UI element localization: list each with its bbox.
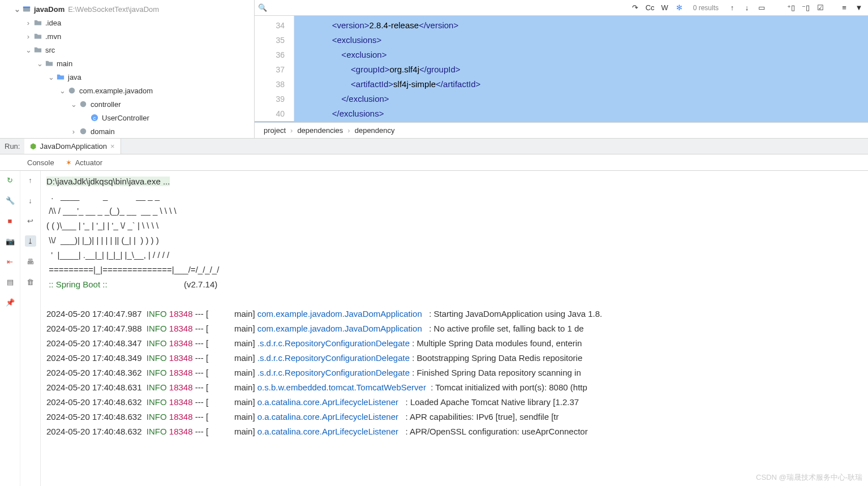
log-row: 2024-05-20 17:40:48.349 INFO 18348 --- [… — [46, 351, 862, 365]
rerun-button[interactable]: ↻ — [5, 174, 16, 186]
pin-icon[interactable]: 📌 — [5, 296, 16, 308]
tab-label: Console — [27, 158, 54, 167]
tree-controller[interactable]: ⌄ controller — [0, 97, 254, 111]
expand-icon[interactable]: ⌄ — [35, 59, 44, 68]
chevron-right-icon: › — [290, 126, 293, 135]
remove-selection-icon[interactable]: ⁻▯ — [800, 2, 811, 14]
spring-icon: ⬢ — [30, 142, 36, 150]
console-toolbar: ↑ ↓ ↩ ⤓ 🖶 🗑 — [20, 171, 41, 486]
print-icon[interactable]: 🖶 — [25, 256, 36, 267]
package-icon — [78, 100, 88, 109]
tree-label: controller — [91, 100, 121, 109]
prev-occurrence-icon[interactable]: ↷ — [630, 2, 641, 14]
tree-label: src — [45, 46, 55, 54]
results-count: 0 results — [693, 4, 719, 12]
tree-package[interactable]: ⌄ com.example.javadom — [0, 84, 254, 97]
expand-icon[interactable]: ⌄ — [12, 5, 22, 14]
soft-wrap-icon[interactable]: ↩ — [25, 215, 36, 226]
log-row: 2024-05-20 17:40:47.988 INFO 18348 --- [… — [46, 321, 862, 336]
package-icon — [78, 127, 88, 136]
spring-banner: . ____ _ __ _ _ /\\ / ___'_ __ _ _(_)_ _… — [46, 191, 219, 274]
project-path: E:\WebSocketText\javaDom — [68, 5, 159, 14]
search-icon: 🔍 — [258, 3, 267, 12]
expand-icon[interactable]: ⌄ — [46, 73, 55, 81]
command-line: D:\javaJdk\jdkqsq\bin\java.exe ... — [46, 177, 170, 186]
breadcrumb-item[interactable]: project — [264, 126, 286, 135]
tree-idea[interactable]: › .idea — [0, 16, 254, 29]
editor-pane: 🔍 ↷ Cc W ✻ 0 results ↑ ↓ ▭ ⁺▯ ⁻▯ ☑ ≡ ▼ — [255, 0, 868, 138]
select-all-occurrences-icon[interactable]: ☑ — [815, 2, 826, 14]
add-selection-icon[interactable]: ⁺▯ — [785, 2, 797, 14]
down-icon[interactable]: ↓ — [25, 195, 36, 206]
chevron-right-icon: › — [347, 126, 350, 135]
layout-icon[interactable]: ▤ — [5, 276, 16, 287]
log-row: 2024-05-20 17:40:48.632 INFO 18348 --- [… — [46, 424, 862, 439]
log-row: 2024-05-20 17:40:48.347 INFO 18348 --- [… — [46, 336, 862, 351]
watermark: CSDN @瑞晟技术服务中心-耿瑞 — [756, 472, 862, 483]
scroll-to-end-icon[interactable]: ⤓ — [25, 235, 36, 247]
filter-icon[interactable]: ▼ — [853, 2, 865, 14]
tree-java[interactable]: ⌄ java — [0, 70, 254, 84]
svg-point-2 — [69, 88, 75, 94]
up-icon[interactable]: ↑ — [727, 2, 738, 14]
log-row: 2024-05-20 17:40:48.362 INFO 18348 --- [… — [46, 365, 862, 380]
run-app-name: JavaDomApplication — [40, 142, 107, 150]
line-gutter: 34353637383940 — [255, 16, 294, 121]
tree-label: main — [57, 59, 72, 68]
clear-icon[interactable]: 🗑 — [25, 276, 36, 287]
expand-icon[interactable]: ⌄ — [69, 100, 78, 109]
expand-icon[interactable]: › — [24, 32, 33, 41]
tree-domain[interactable]: › domain — [0, 124, 254, 138]
match-case-icon[interactable]: Cc — [644, 2, 656, 14]
log-row: 2024-05-20 17:40:48.631 INFO 18348 --- [… — [46, 380, 862, 395]
tree-usercontroller[interactable]: c UserController — [0, 111, 254, 124]
console-output[interactable]: D:\javaJdk\jdkqsq\bin\java.exe ... . ___… — [41, 171, 868, 486]
log-row: 2024-05-20 17:40:48.632 INFO 18348 --- [… — [46, 395, 862, 410]
project-name: javaDom — [34, 5, 65, 14]
run-sub-tabs: Console ✶ Actuator — [0, 154, 868, 171]
tree-mvn[interactable]: › .mvn — [0, 29, 254, 43]
tree-main[interactable]: ⌄ main — [0, 57, 254, 70]
spring-version: (v2.7.14) — [184, 279, 217, 289]
code-content[interactable]: <version>2.8.4-release</version> <exclus… — [294, 16, 868, 122]
svg-rect-1 — [23, 7, 30, 8]
tree-label: java — [68, 73, 81, 81]
wrench-icon[interactable]: 🔧 — [5, 195, 16, 206]
tab-actuator[interactable]: ✶ Actuator — [66, 158, 102, 167]
actuator-icon: ✶ — [66, 158, 72, 167]
words-icon[interactable]: W — [659, 2, 671, 14]
up-icon[interactable]: ↑ — [25, 174, 36, 186]
source-folder-icon — [55, 72, 66, 81]
code-editor[interactable]: 34353637383940 <version>2.8.4-release</v… — [255, 16, 868, 122]
camera-icon[interactable]: 📷 — [5, 235, 16, 247]
svg-point-3 — [80, 101, 87, 107]
find-bar: 🔍 ↷ Cc W ✻ 0 results ↑ ↓ ▭ ⁺▯ ⁻▯ ☑ ≡ ▼ — [255, 0, 868, 16]
project-root[interactable]: ⌄ javaDom E:\WebSocketText\javaDom — [0, 2, 254, 16]
exit-icon[interactable]: ⇤ — [5, 256, 16, 267]
select-all-icon[interactable]: ▭ — [756, 2, 767, 14]
tree-label: .idea — [45, 19, 61, 27]
search-input[interactable] — [270, 3, 626, 12]
expand-icon[interactable]: › — [24, 19, 33, 27]
class-icon: c — [89, 113, 100, 122]
tab-console[interactable]: Console — [27, 158, 54, 167]
svg-point-6 — [80, 128, 87, 135]
expand-icon[interactable]: ⌄ — [24, 46, 33, 54]
expand-icon[interactable]: › — [69, 127, 78, 136]
close-icon[interactable]: × — [110, 142, 115, 150]
tree-label: domain — [91, 127, 115, 136]
breadcrumb-item[interactable]: dependencies — [297, 126, 343, 135]
breadcrumb-item[interactable]: dependency — [355, 126, 395, 135]
expand-icon[interactable]: ⌄ — [58, 87, 67, 95]
regex-icon[interactable]: ✻ — [674, 2, 685, 14]
tree-label: UserController — [102, 114, 149, 122]
stop-button[interactable]: ■ — [5, 215, 16, 226]
log-row: 2024-05-20 17:40:48.632 INFO 18348 --- [… — [46, 410, 862, 424]
folder-icon — [44, 59, 54, 68]
run-toolbar: ↻ 🔧 ■ 📷 ⇤ ▤ 📌 — [0, 171, 20, 486]
tree-src[interactable]: ⌄ src — [0, 43, 254, 57]
run-config-tab[interactable]: ⬢ JavaDomApplication × — [24, 139, 121, 154]
project-tree[interactable]: ⌄ javaDom E:\WebSocketText\javaDom › .id… — [0, 0, 255, 138]
down-icon[interactable]: ↓ — [741, 2, 753, 14]
filter-settings-icon[interactable]: ≡ — [839, 2, 850, 14]
